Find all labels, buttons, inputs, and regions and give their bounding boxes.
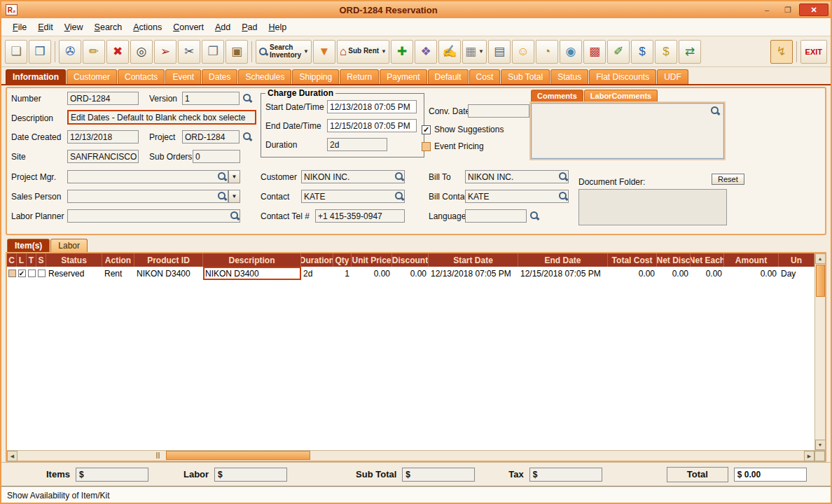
column-header-end_date[interactable]: End Date xyxy=(518,253,608,267)
split-grip[interactable] xyxy=(156,452,160,458)
date-created-field[interactable]: 12/13/2018 xyxy=(67,130,139,144)
conv-date-field[interactable] xyxy=(468,104,529,118)
total-value-field[interactable]: $ 0.00 xyxy=(734,468,807,482)
column-header-description[interactable]: Description xyxy=(203,253,301,267)
labor-planner-field[interactable] xyxy=(67,209,240,223)
groups-button[interactable]: ❖ xyxy=(415,40,437,64)
bill-contact-field[interactable]: KATE xyxy=(465,190,569,203)
s-checkbox[interactable] xyxy=(38,270,46,277)
menu-convert[interactable]: Convert xyxy=(167,20,209,34)
project-mgr-field[interactable] xyxy=(67,170,228,183)
color-cube-button[interactable]: ▩ xyxy=(583,40,606,64)
notes-button[interactable]: ✍ xyxy=(438,40,461,64)
disc-button[interactable]: ◉ xyxy=(560,40,582,64)
cell-start_date[interactable]: 12/13/2018 07:05 PM xyxy=(429,267,518,280)
cell-end_date[interactable]: 12/15/2018 07:05 PM xyxy=(518,267,608,280)
column-header-product_id[interactable]: Product ID xyxy=(134,253,203,267)
minimize-button[interactable]: – xyxy=(757,4,777,16)
sales-person-search-icon[interactable] xyxy=(217,191,227,201)
cell-s[interactable] xyxy=(36,267,46,280)
column-header-qty[interactable]: Qty xyxy=(333,253,352,267)
paste-button[interactable]: ▣ xyxy=(226,40,248,64)
money-stack-button[interactable]: $ xyxy=(655,40,677,64)
bill-contact-search-icon[interactable] xyxy=(558,191,568,201)
cell-total_cost[interactable]: 0.00 xyxy=(608,267,657,280)
cut-button[interactable]: ✂ xyxy=(178,40,200,64)
description-field[interactable]: Edit Dates - Default to Blank check box … xyxy=(67,110,256,125)
column-header-c[interactable]: C xyxy=(7,253,17,267)
currency-exchange-button[interactable]: ⇄ xyxy=(679,40,701,64)
tab-sub-total[interactable]: Sub Total xyxy=(501,69,550,84)
comments-box[interactable] xyxy=(531,103,724,159)
vertical-scroll-thumb[interactable] xyxy=(816,265,825,297)
horizontal-scrollbar[interactable]: ◀ ▶ xyxy=(7,450,825,461)
project-search-icon[interactable] xyxy=(242,132,252,141)
tab-schedules[interactable]: Schedules xyxy=(238,69,291,84)
column-header-net_each[interactable]: Net Each xyxy=(691,253,724,267)
tab-return[interactable]: Return xyxy=(340,69,379,84)
edit-notes-button[interactable]: ✐ xyxy=(607,40,630,64)
scroll-up-icon[interactable]: ▲ xyxy=(815,253,826,264)
project-mgr-search-icon[interactable] xyxy=(217,172,227,181)
t-checkbox[interactable] xyxy=(28,270,36,277)
edit-button[interactable]: ✏ xyxy=(83,40,105,64)
language-field[interactable] xyxy=(465,209,527,223)
site-field[interactable]: SANFRANCISCO xyxy=(67,150,139,163)
new-document-button[interactable]: ❏ xyxy=(5,40,27,64)
copy-button[interactable]: ❐ xyxy=(202,40,224,64)
document-folder-box[interactable] xyxy=(578,189,727,225)
cell-l[interactable]: ✓ xyxy=(17,267,27,280)
cell-net_each[interactable]: 0.00 xyxy=(691,267,724,280)
tab-flat-discounts[interactable]: Flat Discounts xyxy=(589,69,656,84)
cell-description[interactable]: NIKON D3400 xyxy=(203,267,301,280)
schedule-button[interactable]: ▦▼ xyxy=(462,40,487,64)
tab-contacts[interactable]: Contacts xyxy=(118,69,165,84)
tab-customer[interactable]: Customer xyxy=(67,69,117,84)
sub-rent-button[interactable]: ⌂Sub Rent▼ xyxy=(337,40,389,64)
column-header-unit_price[interactable]: Unit Price xyxy=(352,253,392,267)
column-header-l[interactable]: L xyxy=(17,253,27,267)
tab-cost[interactable]: Cost xyxy=(469,69,501,84)
event-pricing-checkbox[interactable] xyxy=(422,142,431,151)
menu-add[interactable]: Add xyxy=(209,20,236,34)
tab-shipping[interactable]: Shipping xyxy=(292,69,339,84)
menu-pad[interactable]: Pad xyxy=(236,20,263,34)
fill-button[interactable]: ▼ xyxy=(313,40,335,64)
column-header-unit[interactable]: Un xyxy=(779,253,814,267)
items-total-field[interactable]: $ xyxy=(76,468,148,482)
sub-orders-field[interactable]: 0 xyxy=(193,150,240,163)
tab-event[interactable]: Event xyxy=(165,69,201,84)
exit-button[interactable]: EXIT xyxy=(800,40,827,64)
column-header-duration[interactable]: Duration xyxy=(301,253,333,267)
scroll-left-icon[interactable]: ◀ xyxy=(7,451,18,461)
cell-status[interactable]: Reserved xyxy=(46,267,102,280)
column-header-amount[interactable]: Amount xyxy=(724,253,779,267)
cell-qty[interactable]: 1 xyxy=(333,267,352,280)
tab-status[interactable]: Status xyxy=(550,69,588,84)
c-checkbox[interactable] xyxy=(8,270,16,277)
menu-view[interactable]: View xyxy=(59,20,89,34)
cell-unit_price[interactable]: 0.00 xyxy=(352,267,392,280)
column-header-s[interactable]: S xyxy=(36,253,46,267)
contact-field[interactable]: KATE xyxy=(301,190,405,203)
cell-discount[interactable]: 0.00 xyxy=(392,267,429,280)
cell-product_id[interactable]: NIKON D3400 xyxy=(134,267,203,280)
schedule-dropdown-icon[interactable]: ▼ xyxy=(478,48,484,55)
smiley-button[interactable]: ☺ xyxy=(512,40,534,64)
comments-search-icon[interactable] xyxy=(710,106,720,115)
cell-duration[interactable]: 2d xyxy=(301,267,333,280)
project-mgr-dropdown-button[interactable]: ▼ xyxy=(228,170,240,183)
close-button[interactable]: ✕ xyxy=(799,4,828,16)
sales-person-field[interactable] xyxy=(67,190,228,203)
column-header-net_disc[interactable]: Net Disc xyxy=(657,253,691,267)
subtotal-field[interactable]: $ xyxy=(402,468,475,482)
maximize-button[interactable]: ❐ xyxy=(778,4,798,16)
menu-search[interactable]: Search xyxy=(89,20,128,34)
horizontal-scroll-thumb[interactable] xyxy=(166,451,310,460)
version-field[interactable]: 1 xyxy=(182,92,240,105)
search-inventory-dropdown-icon[interactable]: ▼ xyxy=(303,48,309,55)
show-suggestions-checkbox[interactable]: ✓ xyxy=(422,125,431,134)
scroll-right-icon[interactable]: ▶ xyxy=(804,451,814,461)
cell-c[interactable] xyxy=(7,267,17,280)
number-field[interactable]: ORD-1284 xyxy=(67,92,139,105)
